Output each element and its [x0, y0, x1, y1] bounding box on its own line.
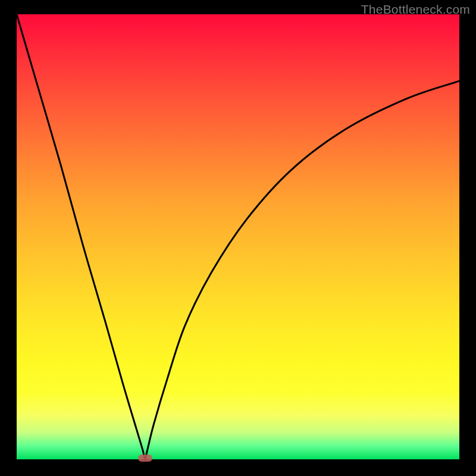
chart-plot-area	[17, 14, 459, 459]
bottleneck-curve	[17, 14, 459, 459]
minimum-marker	[138, 455, 152, 462]
attribution-label: TheBottleneck.com	[361, 2, 470, 17]
chart-frame: TheBottleneck.com	[0, 0, 476, 476]
